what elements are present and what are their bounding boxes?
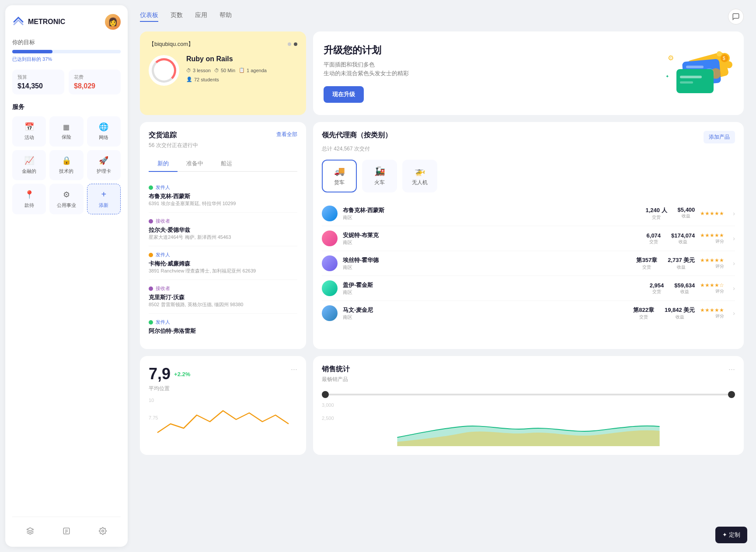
role-receiver-2: 接收者 (149, 285, 297, 292)
duration-icon: ⏱ (214, 68, 219, 73)
agent-revenue-1: $5,400 收益 (678, 206, 695, 220)
drone-label: 无人机 (412, 179, 428, 186)
layers-icon[interactable] (23, 524, 37, 538)
public-label: 公用事业 (57, 202, 76, 209)
agent-revenue-3: 2,737 美元 收益 (668, 256, 695, 270)
nav-dashboard[interactable]: 仪表板 (140, 11, 158, 22)
goal-title: 你的目标 (12, 38, 121, 46)
document-icon[interactable] (59, 524, 73, 538)
train-label: 火车 (374, 179, 385, 186)
sidebar-header: METRONIC 👩 (12, 14, 121, 30)
progress-label: 已达到目标的 37% (12, 56, 121, 63)
view-all-btn[interactable]: 查看全部 (276, 131, 297, 138)
service-nursing[interactable]: 🚀 护理卡 (87, 150, 121, 180)
add-icon: + (101, 189, 106, 199)
service-tech[interactable]: 🔒 技术的 (49, 150, 83, 180)
tab-preparing[interactable]: 准备中 (178, 156, 212, 171)
service-add[interactable]: + 添新 (87, 184, 121, 214)
stat-sales-row: 7,9 +2.2% ··· 平均位置 10 7.75 销售统计 ··· 最畅销产… (133, 356, 751, 455)
category-train[interactable]: 🚂 火车 (362, 160, 397, 192)
expense-value: $8,029 (74, 82, 115, 90)
shipment-item: 接收者 克里斯汀-沃森 8502 普雷斯顿路, 英格尔伍德, 缅因州 98380 (149, 280, 297, 314)
svg-text:⚙: ⚙ (668, 54, 674, 62)
tab-shipping[interactable]: 船运 (212, 156, 241, 171)
svg-rect-8 (686, 66, 704, 68)
agent-arrow-1[interactable]: › (733, 210, 735, 217)
upgrade-illustration: $ ⚙ ✦ (663, 47, 733, 100)
upgrade-button[interactable]: 现在升级 (324, 86, 364, 103)
network-icon: 🌐 (99, 122, 108, 132)
nav-apps[interactable]: 应用 (195, 11, 207, 22)
svg-point-5 (101, 530, 104, 532)
agent-rating-5: ★★★★★ 评分 (700, 307, 724, 319)
add-product-button[interactable]: 添加产品 (704, 131, 735, 143)
service-hospitality[interactable]: 📍 款待 (12, 184, 46, 214)
agent-row: 安妮特-布莱克 南区 6,074 交货 $174,074 收益 ★★★★★ 评分 (322, 226, 735, 251)
service-insurance[interactable]: ▦ 保险 (49, 116, 83, 147)
nursing-icon: 🚀 (99, 156, 108, 165)
stat-chart: 10 7.75 (149, 398, 297, 441)
tab-new[interactable]: 新的 (149, 156, 178, 172)
service-network[interactable]: 🌐 网络 (87, 116, 121, 147)
stat-header: 7,9 +2.2% ··· (149, 365, 297, 383)
course-info: Ruby on Rails ⏱ 3 lesson ⏱ 50 Min 📋 1 a (186, 55, 297, 82)
agent-arrow-5[interactable]: › (733, 310, 735, 317)
agents-header: 领先代理商（按类别） 添加产品 (322, 131, 735, 143)
shipment-title: 交货追踪 (149, 131, 177, 140)
shipment-subtitle: 56 次交付正在进行中 (149, 142, 297, 149)
agent-arrow-4[interactable]: › (733, 285, 735, 292)
shipment-header: 交货追踪 查看全部 (149, 131, 297, 140)
role-sender-3: 发件人 (149, 319, 297, 325)
sidebar-footer (12, 517, 121, 538)
range-thumb-left[interactable] (322, 391, 329, 398)
status-dot-1 (149, 185, 153, 190)
agent-orders-2: 6,074 交货 (647, 232, 661, 245)
lessons-meta: ⏱ 3 lesson (186, 67, 211, 73)
shipment-tabs: 新的 准备中 船运 (149, 156, 297, 172)
stat-more-btn[interactable]: ··· (291, 365, 297, 374)
shipment-card: 交货追踪 查看全部 56 次交付正在进行中 新的 准备中 船运 发件人 布鲁克林… (140, 122, 306, 349)
customize-button[interactable]: ✦ 定制 (715, 527, 747, 543)
agent-arrow-2[interactable]: › (733, 235, 735, 242)
svg-text:✦: ✦ (665, 74, 669, 79)
agent-rating-1: ★★★★★ (700, 210, 724, 217)
agent-avatar-5 (322, 305, 338, 321)
category-truck[interactable]: 🚚 货车 (322, 160, 357, 192)
range-slider[interactable] (322, 390, 735, 399)
agents-subtitle: 总计 424,567 次交付 (322, 145, 735, 153)
range-thumb-right[interactable] (728, 391, 735, 398)
sender-name-1: 布鲁克林-西蒙斯 (149, 192, 297, 200)
settings-icon[interactable] (96, 524, 110, 538)
nav-pages[interactable]: 页数 (171, 11, 183, 22)
category-drone[interactable]: 🚁 无人机 (402, 160, 437, 192)
stat-chart-svg (149, 398, 297, 441)
range-track (322, 394, 735, 395)
sales-chart: 3,000 2,500 (322, 402, 735, 446)
budget-row: 预算 $14,350 花费 $8,029 (12, 70, 121, 94)
upgrade-title: 升级您的计划 (324, 44, 409, 57)
stat-change: +2.2% (174, 371, 190, 377)
svg-marker-0 (27, 528, 34, 531)
activity-label: 活动 (24, 134, 34, 141)
budget-value: $14,350 (17, 82, 59, 90)
agent-info-2: 安妮特-布莱克 南区 (343, 231, 641, 246)
sidebar: METRONIC 👩 你的目标 已达到目标的 37% 预算 $14,350 花费… (5, 5, 128, 547)
shipment-item: 发件人 阿尔伯特-弗洛雷斯 (149, 314, 297, 340)
service-finance[interactable]: 📈 金融的 (12, 150, 46, 180)
agent-info-3: 埃丝特-霍华德 南区 (343, 256, 631, 271)
service-activity[interactable]: 📅 活动 (12, 116, 46, 147)
user-avatar[interactable]: 👩 (105, 14, 121, 30)
nav-help[interactable]: 帮助 (219, 11, 232, 22)
agent-stats-3: 第357章 交货 2,737 美元 收益 (636, 256, 695, 270)
chat-icon-btn[interactable] (728, 9, 744, 24)
sales-more-btn[interactable]: ··· (728, 365, 735, 374)
finance-icon: 📈 (24, 156, 34, 165)
students-meta: 👤 72 students (186, 77, 219, 82)
course-url: 【biqubiqu.com】 (149, 40, 194, 48)
services-grid: 📅 活动 ▦ 保险 🌐 网络 📈 金融的 🔒 技术的 🚀 护理卡 📍 款待 ⚙ (12, 116, 121, 214)
agent-avatar-3 (322, 255, 338, 271)
course-ring (152, 58, 176, 83)
add-label: 添新 (99, 202, 108, 209)
agent-arrow-3[interactable]: › (733, 260, 735, 267)
service-public[interactable]: ⚙ 公用事业 (49, 184, 83, 214)
